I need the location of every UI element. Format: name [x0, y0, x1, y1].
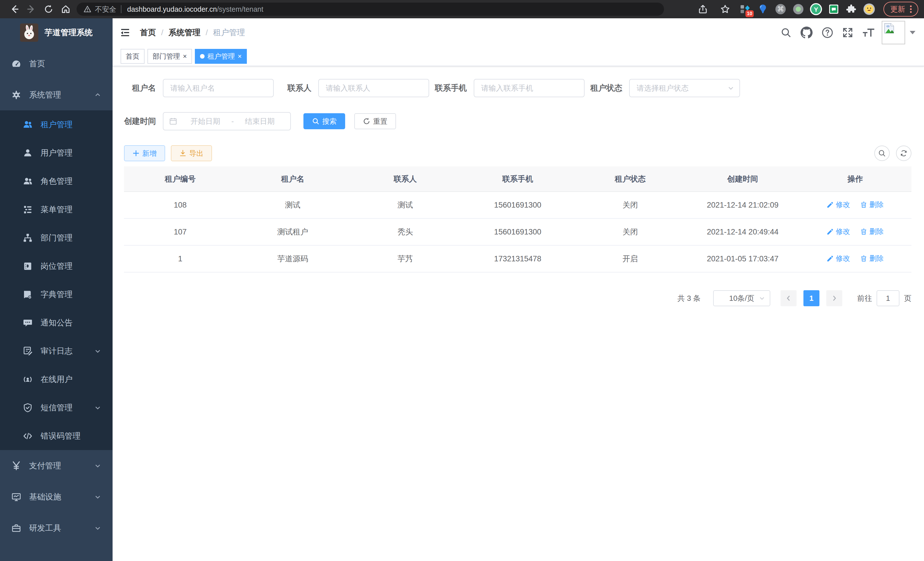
app-title: 芋道管理系统 [45, 27, 93, 38]
chevron-down-icon [759, 295, 765, 301]
goto-label: 前往 [857, 293, 872, 303]
tenant-name-input[interactable] [163, 79, 274, 97]
sidebar-item-system[interactable]: 系统管理 [0, 79, 112, 110]
status-select[interactable] [629, 79, 740, 97]
search-icon[interactable] [781, 27, 791, 38]
broken-image-icon [884, 23, 895, 34]
extension-recorder-icon[interactable] [792, 3, 805, 15]
search-button[interactable]: 搜索 [303, 113, 345, 129]
avatar[interactable] [882, 21, 905, 44]
sidebar-item-sms[interactable]: 短信管理 [0, 393, 112, 422]
security-label: 不安全 [95, 5, 116, 14]
font-size-icon[interactable] [862, 27, 875, 38]
fullscreen-icon[interactable] [842, 27, 853, 38]
edit-button[interactable]: 修改 [826, 227, 850, 236]
extension-tango-icon[interactable]: 10 [739, 3, 752, 15]
sidebar-item-online[interactable]: 在线用户 [0, 365, 112, 393]
sidebar-item-menu[interactable]: 菜单管理 [0, 195, 112, 224]
goto-page-input[interactable] [877, 290, 899, 306]
sidebar-item-infra[interactable]: 基础设施 [0, 481, 112, 512]
extension-pin-icon[interactable] [757, 3, 769, 15]
breadcrumb-system[interactable]: 系统管理 [169, 27, 201, 38]
sidebar-item-dept[interactable]: 部门管理 [0, 224, 112, 252]
sidebar-item-tenant[interactable]: 租户管理 [0, 110, 112, 139]
close-icon[interactable]: × [238, 53, 242, 60]
close-icon[interactable]: × [183, 53, 187, 60]
shield-check-icon [23, 403, 33, 413]
address-bar[interactable]: 不安全 dashboard.yudao.iocoder.cn/system/te… [76, 3, 664, 16]
trash-icon [860, 201, 867, 208]
browser-back-button[interactable] [6, 1, 23, 18]
browser-reload-button[interactable] [40, 1, 57, 18]
update-label: 更新 [890, 4, 905, 14]
extension-badge: 10 [746, 10, 754, 17]
dict-book-icon [23, 290, 33, 299]
tag-home[interactable]: 首页 [121, 49, 145, 64]
mobile-input[interactable] [474, 79, 585, 97]
github-icon[interactable] [801, 27, 813, 39]
sidebar-item-user[interactable]: 用户管理 [0, 139, 112, 167]
add-button[interactable]: 新增 [124, 145, 165, 161]
delete-button[interactable]: 删除 [860, 227, 884, 236]
browser-forward-button[interactable] [23, 1, 40, 18]
chevron-down-icon [94, 462, 101, 469]
breadcrumb-home[interactable]: 首页 [140, 27, 156, 38]
reset-button[interactable]: 重置 [354, 113, 396, 129]
chevron-down-icon [94, 493, 101, 500]
page-unit: 页 [904, 293, 911, 303]
extensions-puzzle-icon[interactable] [845, 3, 858, 15]
delete-button[interactable]: 删除 [860, 254, 884, 263]
sidebar-item-notice[interactable]: 通知公告 [0, 308, 112, 337]
browser-home-button[interactable] [57, 1, 74, 18]
tag-dept[interactable]: 部门管理 × [147, 49, 192, 64]
sidebar-item-errcode[interactable]: 错误码管理 [0, 422, 112, 450]
message-icon [23, 318, 33, 328]
org-tree-icon [23, 233, 33, 243]
extension-yuque-icon[interactable]: Y [810, 3, 822, 15]
browser-update-button[interactable]: 更新 [884, 2, 918, 17]
bookmark-star-icon[interactable] [717, 1, 734, 18]
top-navbar: 首页 / 系统管理 / 租户管理 [112, 18, 924, 47]
delete-button[interactable]: 删除 [860, 200, 884, 209]
svg-text:Y: Y [814, 6, 818, 13]
prev-page-button[interactable] [781, 290, 796, 306]
sidebar-toggle-icon[interactable] [119, 27, 131, 38]
browser-menu-icon[interactable] [910, 5, 912, 14]
extension-chat-icon[interactable] [827, 3, 840, 15]
sidebar-item-dict[interactable]: 字典管理 [0, 280, 112, 308]
tag-tenant[interactable]: 租户管理 × [195, 49, 247, 64]
col-mobile: 联系手机 [461, 166, 574, 192]
next-page-button[interactable] [826, 290, 842, 306]
app-logo[interactable]: 芋道管理系统 [0, 18, 112, 47]
extension-command-icon[interactable]: ⌘ [774, 3, 787, 15]
help-icon[interactable] [822, 27, 833, 38]
sidebar-item-devtools[interactable]: 研发工具 [0, 512, 112, 544]
refresh-table-button[interactable] [896, 146, 911, 161]
col-status: 租户状态 [574, 166, 687, 192]
share-icon[interactable] [694, 1, 711, 18]
page-size-select[interactable]: 10条/页 [713, 290, 770, 306]
avatar-caret-icon[interactable] [910, 31, 915, 34]
page-number[interactable]: 1 [803, 290, 819, 306]
date-range-picker[interactable]: 开始日期 - 结束日期 [163, 112, 291, 130]
contact-input[interactable] [318, 79, 429, 97]
edit-button[interactable]: 修改 [826, 254, 850, 263]
export-button[interactable]: 导出 [171, 145, 212, 161]
sidebar-item-role[interactable]: 角色管理 [0, 167, 112, 195]
sidebar-item-home[interactable]: 首页 [0, 48, 112, 79]
extension-emoji-icon[interactable] [863, 3, 875, 15]
filter-create-time: 创建时间 开始日期 - 结束日期 [124, 112, 291, 130]
sidebar-item-audit[interactable]: 审计日志 [0, 337, 112, 365]
plus-icon [133, 150, 140, 157]
table-row: 1 芋道源码 芋艿 17321315478 开启 2021-01-05 17:0… [124, 245, 911, 272]
show-search-button[interactable] [874, 146, 890, 161]
filter-tenant-name: 租户名 [124, 79, 274, 97]
refresh-icon [363, 117, 370, 125]
tenant-table: 租户编号 租户名 联系人 联系手机 租户状态 创建时间 操作 108 测试 测试 [124, 166, 911, 272]
page-content: 租户名 联系人 联系手机 租户状态 [112, 66, 924, 561]
yen-icon [11, 461, 21, 471]
sidebar-item-pay[interactable]: 支付管理 [0, 450, 112, 481]
url-path: /system/tenant [217, 5, 263, 14]
edit-button[interactable]: 修改 [826, 200, 850, 209]
sidebar-item-post[interactable]: 岗位管理 [0, 252, 112, 280]
